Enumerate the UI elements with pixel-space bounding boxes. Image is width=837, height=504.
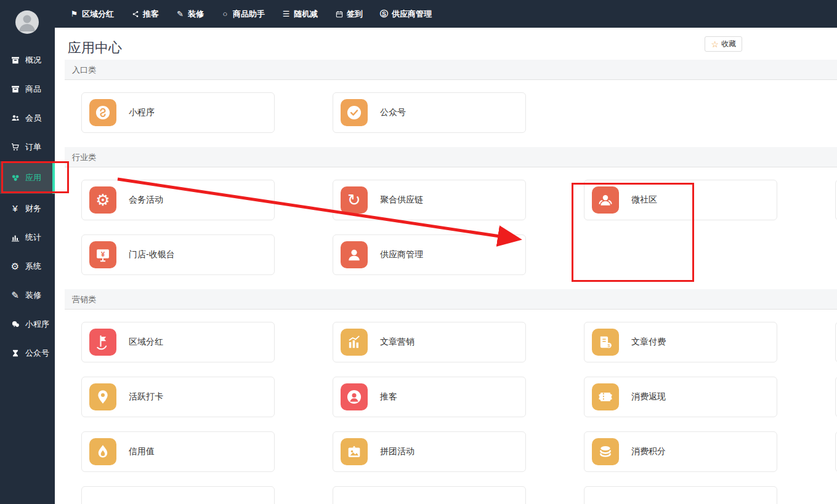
stats-icon [10, 232, 20, 242]
topnav-item-label: 装修 [188, 9, 204, 20]
person-circle-icon [341, 383, 368, 410]
cart-icon [10, 142, 20, 152]
main-content: 应用中心 ☆ 收藏 入口类小程序公众号行业类⚙会务活动↻聚合供应链微社区¥门店-… [55, 28, 837, 504]
app-card-label: 消费积分 [631, 446, 666, 457]
card-row: 信用值拼团活动消费积分 [81, 431, 837, 472]
brush-icon: ✎ [176, 9, 185, 18]
app-card-label: 区域分红 [129, 337, 163, 348]
app-card[interactable]: 拼团活动 [333, 431, 526, 472]
loop-icon: ↻ [341, 186, 368, 214]
circle-icon: ○ [220, 9, 230, 18]
topnav-item-label: 签到 [347, 9, 363, 20]
topnav-item-2[interactable]: ✎装修 [176, 9, 204, 20]
sidebar-item-9[interactable]: 小程序 [0, 310, 55, 338]
app-card[interactable]: 区域分红 [81, 322, 275, 362]
sidebar-item-label: 概况 [25, 55, 41, 66]
topnav-item-6[interactable]: Ⓢ供应商管理 [379, 9, 432, 20]
ticket-icon [592, 383, 619, 410]
sidebar-item-4[interactable]: 应用 [0, 161, 55, 194]
sidebar-item-7[interactable]: ⚙系统 [0, 252, 55, 281]
app-card[interactable]: 信用值 [81, 431, 275, 472]
topnav-item-label: 区域分红 [82, 9, 114, 20]
user-avatar[interactable] [15, 10, 39, 34]
flag-icon: ⚑ [70, 9, 79, 18]
wechat-icon [10, 319, 20, 329]
badge-check-icon [341, 99, 368, 126]
community-icon [592, 186, 619, 214]
goods-icon [10, 84, 20, 94]
app-card[interactable]: 微社区 [584, 180, 777, 220]
apps-icon [10, 172, 20, 183]
app-card-label: 公众号 [380, 107, 406, 118]
app-card[interactable]: ¥门店-收银台 [81, 234, 275, 275]
app-card-label: 活跃打卡 [129, 391, 163, 402]
sidebar-item-label: 会员 [25, 113, 41, 124]
app-card-partial[interactable] [584, 486, 777, 504]
app-card-label: 供应商管理 [380, 249, 423, 260]
photo-icon [341, 438, 368, 465]
topnav-item-5[interactable]: 签到 [334, 9, 363, 20]
app-card-label: 文章付费 [631, 337, 666, 348]
app-card[interactable]: 文章营销 [333, 322, 526, 362]
sidebar-item-2[interactable]: 会员 [0, 103, 55, 132]
sidebar-item-10[interactable]: 公众号 [0, 338, 55, 367]
person-icon [341, 241, 368, 268]
card-grid: 小程序公众号 [55, 80, 837, 133]
app-card[interactable]: 供应商管理 [333, 234, 526, 275]
app-card-label: 信用值 [129, 446, 155, 457]
section-1: 行业类⚙会务活动↻聚合供应链微社区¥门店-收银台供应商管理 [55, 147, 837, 275]
members-icon [10, 113, 20, 123]
app-card[interactable]: ⚙会务活动 [81, 180, 275, 220]
app-card-label: 会务活动 [129, 194, 163, 206]
app-card[interactable]: 消费返现 [584, 377, 777, 417]
finance-icon: ¥ [10, 203, 20, 214]
sidebar-item-label: 小程序 [25, 319, 49, 330]
sidebar-item-5[interactable]: ¥财务 [0, 194, 55, 223]
section-header: 入口类 [65, 60, 837, 80]
sidebar-item-1[interactable]: 商品 [0, 74, 55, 103]
app-card[interactable]: ↻聚合供应链 [333, 180, 526, 220]
app-card-label: 拼团活动 [380, 446, 414, 457]
topnav-item-4[interactable]: ☰随机减 [281, 9, 318, 20]
sidebar-item-label: 应用 [25, 172, 41, 183]
app-card[interactable]: 公众号 [333, 92, 526, 133]
favorite-button[interactable]: ☆ 收藏 [705, 36, 742, 52]
sidebar-item-3[interactable]: 订单 [0, 132, 55, 161]
star-icon: ☆ [711, 40, 719, 49]
book-pay-icon: $ [592, 329, 619, 356]
app-card[interactable]: 小程序 [81, 92, 275, 133]
sidebar-item-8[interactable]: ✎装修 [0, 281, 55, 310]
chart-icon [341, 329, 368, 356]
sidebar-item-6[interactable]: 统计 [0, 223, 55, 252]
topnav-item-3[interactable]: ○商品助手 [220, 9, 265, 20]
favorite-label: 收藏 [721, 39, 736, 49]
card-row: 区域分红文章营销$文章付费 [81, 322, 837, 362]
section-0: 入口类小程序公众号 [55, 60, 837, 133]
card-row: 小程序公众号 [81, 92, 837, 133]
app-card[interactable]: 推客 [333, 377, 526, 417]
section-header: 行业类 [65, 147, 837, 167]
sidebar-item-label: 系统 [25, 261, 41, 272]
app-card-partial[interactable] [81, 486, 275, 504]
topnav-item-label: 随机减 [294, 9, 318, 20]
topnav-item-0[interactable]: ⚑区域分红 [70, 9, 114, 20]
app-card[interactable]: 消费积分 [584, 431, 777, 472]
app-card[interactable]: 活跃打卡 [81, 377, 275, 417]
sidebar-item-0[interactable]: 概况 [0, 46, 55, 74]
hourglass-icon [10, 348, 20, 358]
section-header: 营销类 [65, 289, 837, 310]
sidebar: 概况商品会员订单应用¥财务统计⚙系统✎装修小程序公众号 [0, 0, 55, 504]
sidebar-item-label: 装修 [25, 290, 41, 301]
sidebar-item-label: 统计 [25, 232, 41, 243]
app-card-label: 小程序 [129, 107, 155, 118]
app-card[interactable]: $文章付费 [584, 322, 777, 362]
drop-icon [89, 438, 116, 465]
app-card-label: 聚合供应链 [380, 194, 423, 206]
app-card-partial[interactable] [333, 486, 526, 504]
card-row: 活跃打卡推客消费返现 [81, 377, 837, 417]
topnav-item-label: 供应商管理 [392, 9, 432, 20]
topnav-item-label: 商品助手 [233, 9, 265, 20]
coins-icon [592, 438, 619, 465]
topnav-item-1[interactable]: 推客 [131, 9, 159, 20]
app-card-label: 消费返现 [631, 391, 666, 402]
